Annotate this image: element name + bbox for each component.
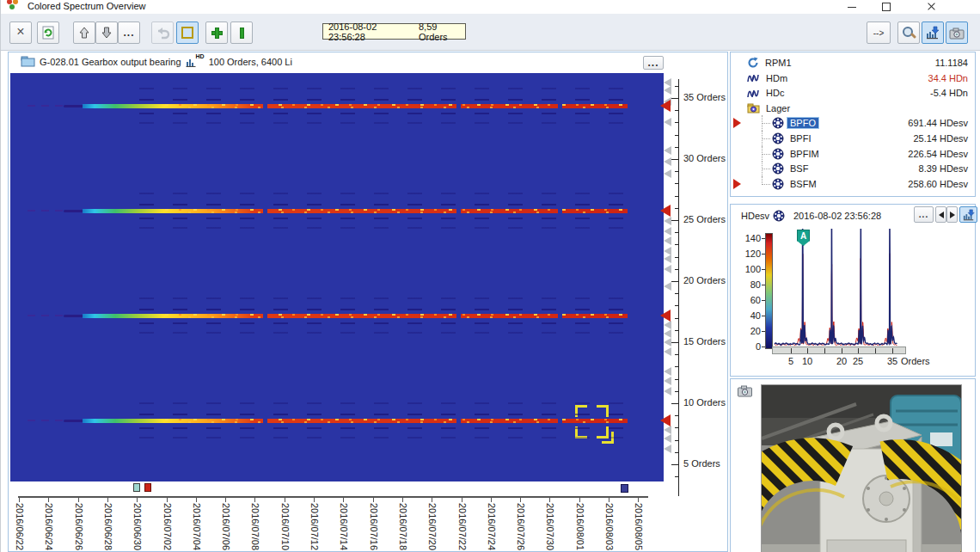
spectrum-x-tick-label: 5 [783, 356, 799, 366]
machine-photo[interactable] [761, 384, 962, 552]
zoom-out-button[interactable] [230, 21, 253, 44]
spectrum-x-axis-label: Orders [901, 356, 939, 366]
date-axis-tick [167, 498, 168, 502]
camera-icon [737, 384, 753, 397]
maximize-button[interactable] [872, 0, 901, 14]
spectral-line-gap [263, 208, 267, 216]
close-icon [927, 3, 935, 11]
tree-row-hdm[interactable]: HDm34.4 HDn [732, 71, 974, 86]
date-axis-tick [432, 498, 432, 502]
close-chart-button[interactable]: × [9, 21, 32, 44]
tree-row-bpfo[interactable]: BPFO691.44 HDesv [732, 115, 974, 131]
spectral-line-tail [28, 315, 67, 316]
date-axis-tick [343, 498, 344, 502]
marker-square-teal[interactable] [133, 483, 140, 492]
bearing-icon [772, 178, 784, 190]
spectrum-y-tick [762, 254, 765, 255]
spectral-line-tail [28, 105, 67, 107]
date-axis-tick [638, 498, 639, 502]
tree-item-value: 258.60 HDesv [908, 179, 968, 189]
date-tick-label: 2016/07/18 [398, 503, 408, 550]
frequency-marker-gray [664, 377, 671, 385]
marker-a-label: A [800, 231, 806, 245]
order-axis-tick [671, 159, 678, 160]
date-tick-label: 2016/07/30 [545, 503, 555, 550]
spectral-line-tail [28, 420, 67, 421]
tree-item-label: HDm [763, 73, 790, 83]
date-axis-tick [48, 498, 49, 502]
move-up-button[interactable] [73, 21, 95, 44]
alarm-triangle-icon [733, 118, 741, 128]
cursor-readout[interactable]: 2016-08-02 23:56:28 8,59 Orders [322, 23, 466, 40]
dashed-arrow-icon: --> [873, 28, 885, 38]
previous-spectrum-button[interactable] [935, 206, 946, 223]
date-axis-tick [225, 498, 226, 502]
fit-view-button[interactable] [176, 21, 199, 44]
order-axis-tick [675, 122, 678, 123]
sideband-smudge [139, 113, 626, 114]
date-axis-tick [609, 498, 609, 502]
frequency-marker-gray [664, 321, 671, 329]
tree-row-rpm1[interactable]: RPM111.1184 [732, 55, 974, 71]
date-tick-label: 2016/07/12 [309, 503, 320, 550]
marker-square-red[interactable] [144, 483, 151, 492]
minimize-icon [848, 7, 856, 8]
tree-connector [762, 169, 770, 169]
spectrum-chart[interactable] [774, 229, 903, 347]
date-tick-label: 2016/07/24 [487, 503, 497, 550]
spectrum-export-button[interactable] [959, 206, 977, 223]
tree-row-bpfi[interactable]: BPFI25.14 HDesv [732, 131, 974, 146]
refresh-icon [40, 25, 56, 40]
jump-to-button[interactable]: --> [867, 21, 891, 44]
mini-chart-icon [186, 57, 196, 67]
bearing-icon [772, 132, 784, 144]
order-axis-tick [675, 427, 678, 428]
frequency-marker-gray [664, 86, 671, 95]
tree-row-hdc[interactable]: HDc-5.4 HDn [732, 85, 974, 101]
spectral-line-gap [263, 313, 267, 321]
sideband-smudge [139, 322, 626, 324]
order-axis-tick [671, 98, 678, 99]
tree-row-bsfm[interactable]: BSFM258.60 HDesv [732, 176, 974, 192]
tree-item-label: BPFI [787, 133, 813, 144]
date-tick-label: 2016/07/20 [427, 503, 438, 550]
frequency-marker-gray [664, 265, 671, 273]
more-options-button[interactable]: ... [118, 21, 140, 44]
order-axis-tick [675, 86, 678, 87]
search-icon [902, 26, 916, 40]
more-dots-icon: ... [647, 57, 658, 69]
tree-item-label: BSFM [787, 179, 819, 189]
camera-icon [949, 27, 965, 40]
spectral-line-gap [456, 103, 461, 111]
undo-zoom-button[interactable] [151, 21, 174, 44]
marker-square-selected[interactable] [621, 484, 628, 493]
cursor-datetime: 2016-08-02 23:56:28 [328, 21, 410, 42]
spectrogram-plot[interactable] [10, 73, 664, 481]
spectrum-more-button[interactable]: ... [914, 206, 934, 223]
date-tick-label: 2016/07/22 [457, 503, 468, 550]
minimize-button[interactable] [837, 0, 867, 14]
panel-more-button[interactable]: ... [643, 56, 664, 70]
machine-photo-panel [730, 378, 976, 552]
next-spectrum-button[interactable] [946, 206, 958, 223]
show-photo-button[interactable] [946, 21, 968, 44]
show-spectrum-button[interactable] [922, 21, 944, 44]
tree-row-lager[interactable]: Lager [732, 101, 974, 116]
alarm-marker-red [660, 100, 671, 112]
tree-row-bpfim[interactable]: BPFIM226.54 HDesv [732, 146, 974, 162]
search-button[interactable] [897, 21, 920, 44]
order-axis-tick [671, 464, 678, 465]
tree-item-label: BSF [787, 163, 811, 174]
tree-row-bsf[interactable]: BSF8.39 HDesv [732, 161, 974, 176]
refresh-button[interactable] [37, 21, 59, 44]
date-axis-tick [285, 498, 285, 502]
close-window-button[interactable] [916, 0, 946, 14]
zoom-in-button[interactable] [205, 21, 228, 44]
tree-item-label: HDc [763, 88, 787, 98]
folder-icon [21, 56, 35, 67]
move-down-button[interactable] [95, 21, 118, 44]
amplitude-colorbar [765, 233, 773, 349]
order-axis-line [678, 79, 679, 496]
order-axis-tick [675, 232, 678, 233]
close-x-icon: × [16, 25, 24, 39]
